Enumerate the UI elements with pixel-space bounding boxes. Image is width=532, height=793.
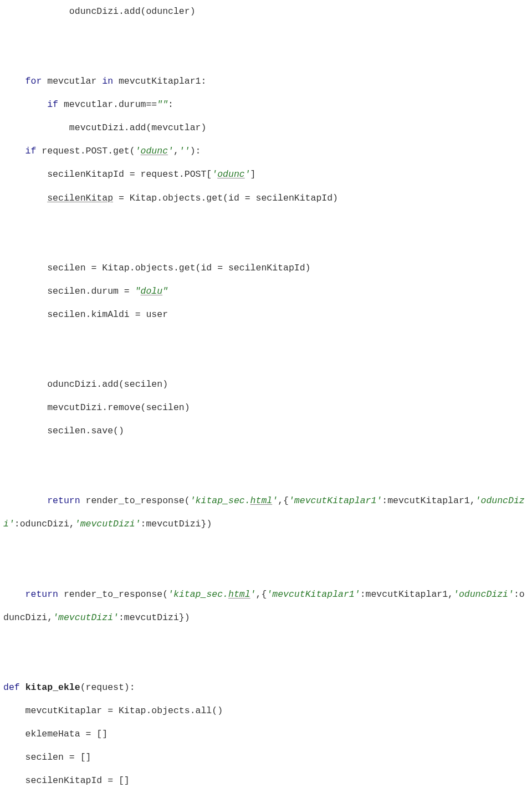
code-token: ""	[157, 99, 168, 110]
code-token: odunc	[141, 146, 168, 156]
code-token: '	[272, 495, 278, 506]
code-token: return	[47, 495, 80, 506]
code-token: '	[212, 169, 217, 180]
code-token: odunc	[217, 169, 245, 180]
code-token: 'mevcutDizi'	[75, 519, 141, 529]
code-token: '	[250, 589, 256, 600]
code-token: kitap_ekle	[25, 682, 80, 693]
code-token: 'mevcutKitaplar1'	[267, 589, 360, 600]
code-token: if	[25, 146, 37, 156]
code-token: in	[102, 76, 113, 86]
code-token: for	[25, 76, 42, 86]
code-token: dolu	[141, 286, 163, 296]
code-token: return	[25, 589, 58, 600]
code-token: '	[135, 146, 141, 156]
code-token: 'kitap_sec.	[168, 589, 228, 600]
code-token: if	[47, 99, 58, 110]
code-token: 'kitap_sec.	[190, 495, 250, 506]
code-token: ncDizi'	[475, 589, 514, 600]
code-token: html	[250, 495, 273, 506]
code-token: ''	[179, 146, 190, 156]
code-token: html	[228, 589, 250, 600]
code-token: "	[135, 286, 141, 296]
code-token: 'mevcutKitaplar1'	[289, 495, 382, 506]
code-token: 'odu	[475, 495, 498, 506]
code-token: '	[245, 169, 250, 180]
code-token: def	[3, 682, 20, 693]
code-token: secilenKitap	[47, 193, 113, 203]
code-token: 'mevcutDizi'	[53, 612, 119, 623]
code-token: '	[168, 146, 173, 156]
code-token: 'odu	[453, 589, 475, 600]
code-token: "	[162, 286, 168, 296]
code-block: oduncDizi.add(oduncler) for mevcutlar in…	[0, 0, 532, 793]
